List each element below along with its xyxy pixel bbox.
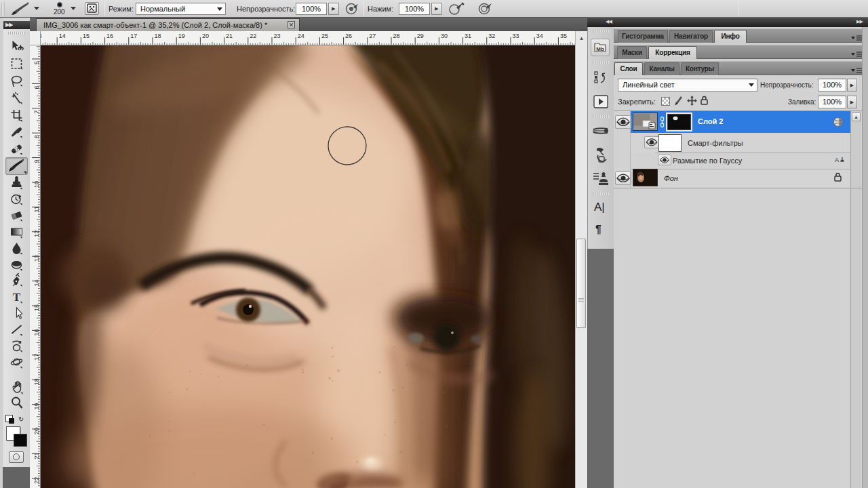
svg-text:18: 18: [33, 378, 40, 385]
svg-text:14: 14: [33, 280, 40, 287]
svg-text:35: 35: [560, 33, 567, 39]
svg-text:32: 32: [488, 33, 495, 39]
svg-text:13: 13: [33, 255, 40, 262]
svg-text:29: 29: [417, 33, 424, 39]
svg-text:10: 10: [33, 181, 40, 188]
svg-text:15: 15: [83, 33, 90, 39]
svg-text:28: 28: [393, 33, 400, 39]
svg-text:26: 26: [345, 33, 352, 39]
svg-text:16: 16: [106, 33, 113, 39]
svg-text:25: 25: [321, 33, 328, 39]
svg-text:13: 13: [41, 33, 42, 39]
svg-text:21: 21: [226, 33, 233, 39]
svg-text:27: 27: [369, 33, 376, 39]
svg-text:14: 14: [59, 33, 66, 39]
svg-text:24: 24: [298, 33, 304, 39]
svg-text:21: 21: [33, 452, 40, 459]
svg-text:30: 30: [441, 33, 448, 39]
svg-text:17: 17: [130, 33, 137, 39]
svg-text:19: 19: [178, 33, 185, 39]
svg-text:31: 31: [465, 33, 471, 39]
svg-text:19: 19: [33, 403, 40, 410]
svg-text:20: 20: [202, 33, 209, 39]
svg-text:33: 33: [513, 33, 519, 39]
svg-text:20: 20: [33, 428, 40, 434]
svg-text:A: A: [835, 157, 839, 163]
svg-text:16: 16: [33, 329, 40, 336]
svg-text:15: 15: [33, 304, 40, 311]
svg-text:T: T: [13, 291, 21, 304]
svg-text:22: 22: [250, 33, 256, 39]
svg-text:17: 17: [33, 354, 40, 361]
svg-text:34: 34: [536, 33, 543, 39]
svg-text:23: 23: [274, 33, 281, 39]
svg-text:22: 22: [33, 477, 40, 484]
svg-text:18: 18: [155, 33, 161, 39]
svg-text:12: 12: [33, 230, 40, 237]
svg-text:Mb: Mb: [596, 46, 604, 52]
